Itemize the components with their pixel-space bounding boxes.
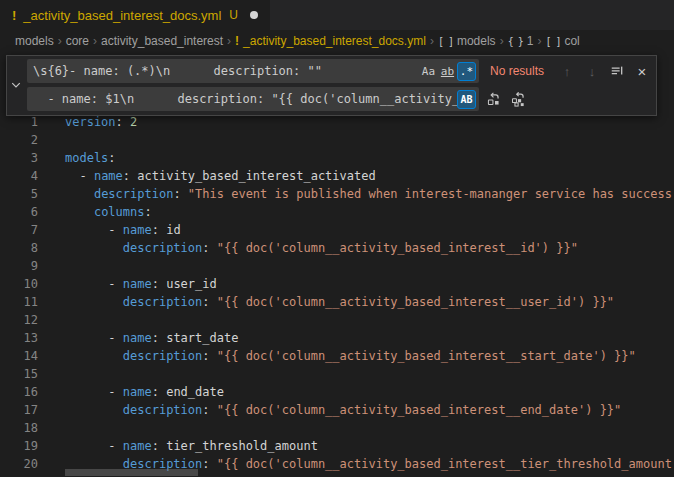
code-line[interactable] bbox=[65, 311, 672, 329]
breadcrumb-file[interactable]: _activity_based_interest_docs.yml bbox=[243, 34, 426, 48]
code-token: description bbox=[123, 403, 202, 417]
code-line[interactable]: description: "This event is published wh… bbox=[65, 185, 672, 203]
tab-activity-based-interest-docs[interactable]: ! _activity_based_interest_docs.yml U bbox=[0, 0, 271, 30]
code-line[interactable] bbox=[65, 131, 672, 149]
whole-word-toggle[interactable]: ab bbox=[438, 62, 457, 81]
git-status-badge: U bbox=[229, 8, 238, 22]
code-line[interactable]: description: "{{ doc('column__activity_b… bbox=[65, 401, 672, 419]
code-line[interactable]: description: "{{ doc('column__activity_b… bbox=[65, 239, 672, 257]
line-number: 2 bbox=[0, 131, 38, 149]
code-token: tier_threshold_amount bbox=[166, 439, 318, 453]
find-row: \s{6}- name: (.*)\n description: "" Aa a… bbox=[27, 59, 652, 83]
breadcrumb-symbol[interactable]: models bbox=[457, 34, 496, 48]
line-number: 15 bbox=[0, 365, 38, 383]
code-token: : bbox=[202, 457, 216, 471]
code-token: name bbox=[94, 169, 123, 183]
line-number: 17 bbox=[0, 401, 38, 419]
code-token bbox=[65, 349, 123, 363]
line-number: 20 bbox=[0, 455, 38, 473]
tab-bar: ! _activity_based_interest_docs.yml U bbox=[0, 0, 674, 30]
code-area: 1234567891011121314151617181920 version:… bbox=[0, 113, 672, 473]
breadcrumb-item[interactable]: models bbox=[15, 34, 54, 48]
horizontal-scrollbar[interactable] bbox=[65, 469, 198, 476]
code-token bbox=[65, 403, 123, 417]
code-token: start_date bbox=[166, 331, 238, 345]
code-line[interactable]: - name: activity_based_interest_activate… bbox=[65, 167, 672, 185]
code-token: "{{ doc('column__activity_based_interest… bbox=[217, 403, 622, 417]
find-input[interactable]: \s{6}- name: (.*)\n description: "" Aa a… bbox=[27, 59, 479, 83]
breadcrumb-separator: › bbox=[537, 34, 541, 48]
find-widget-rows: \s{6}- name: (.*)\n description: "" Aa a… bbox=[25, 56, 656, 115]
code-token: - bbox=[65, 223, 123, 237]
code-token: : bbox=[108, 151, 115, 165]
preserve-case-toggle[interactable]: AB bbox=[457, 90, 476, 109]
code-token: description bbox=[123, 295, 202, 309]
close-find-widget-button[interactable]: × bbox=[632, 61, 652, 81]
breadcrumb-separator: › bbox=[93, 34, 97, 48]
replace-input[interactable]: - name: $1\n description: "{{ doc('colum… bbox=[27, 87, 479, 111]
line-number: 5 bbox=[0, 185, 38, 203]
code-token bbox=[65, 205, 94, 219]
replace-value[interactable]: - name: $1\n description: "{{ doc('colum… bbox=[33, 92, 457, 106]
code-line[interactable]: columns: bbox=[65, 203, 672, 221]
line-number: 18 bbox=[0, 419, 38, 437]
code-token: "{{ doc('column__activity_based_interest… bbox=[217, 457, 672, 471]
code-line[interactable]: - name: start_date bbox=[65, 329, 672, 347]
code-token: name bbox=[123, 223, 152, 237]
code-token: name bbox=[123, 439, 152, 453]
dirty-indicator[interactable] bbox=[250, 11, 258, 19]
code-token: id bbox=[166, 223, 180, 237]
replace-all-button[interactable] bbox=[509, 89, 529, 109]
code-line[interactable] bbox=[65, 419, 672, 437]
line-number: 6 bbox=[0, 203, 38, 221]
line-number: 8 bbox=[0, 239, 38, 257]
breadcrumb-item[interactable]: core bbox=[66, 34, 89, 48]
tab-filename: _activity_based_interest_docs.yml bbox=[23, 8, 221, 23]
code-line[interactable] bbox=[65, 257, 672, 275]
breadcrumb-symbol[interactable]: 1 bbox=[527, 34, 534, 48]
line-number: 3 bbox=[0, 149, 38, 167]
replace-button[interactable] bbox=[484, 89, 504, 109]
code-line[interactable]: models: bbox=[65, 149, 672, 167]
close-icon: × bbox=[638, 63, 647, 80]
match-case-toggle[interactable]: Aa bbox=[419, 62, 438, 81]
line-number: 9 bbox=[0, 257, 38, 275]
code-token: : bbox=[173, 187, 187, 201]
code-token: : bbox=[152, 385, 166, 399]
code-line[interactable]: description: "{{ doc('column__activity_b… bbox=[65, 347, 672, 365]
code-line[interactable]: - name: user_id bbox=[65, 275, 672, 293]
find-query[interactable]: \s{6}- name: (.*)\n description: "" bbox=[33, 64, 419, 78]
line-number: 19 bbox=[0, 437, 38, 455]
code-token: - bbox=[65, 169, 94, 183]
next-match-button[interactable]: ↓ bbox=[582, 61, 602, 81]
code-token: columns bbox=[94, 205, 145, 219]
code-line[interactable]: description: "{{ doc('column__activity_b… bbox=[65, 293, 672, 311]
line-number: 4 bbox=[0, 167, 38, 185]
previous-match-button[interactable]: ↑ bbox=[557, 61, 577, 81]
code-token: : bbox=[202, 349, 216, 363]
code-token: name bbox=[123, 331, 152, 345]
code-token bbox=[65, 295, 123, 309]
find-in-selection-icon bbox=[610, 64, 624, 78]
breadcrumb-symbol[interactable]: col bbox=[564, 34, 579, 48]
symbol-array-icon: [ ] bbox=[438, 36, 453, 47]
code-line[interactable]: - name: tier_threshold_amount bbox=[65, 437, 672, 455]
code-token: : bbox=[152, 277, 166, 291]
code-token bbox=[65, 241, 123, 255]
find-in-selection-button[interactable] bbox=[607, 61, 627, 81]
code-line[interactable] bbox=[65, 365, 672, 383]
breadcrumb-item[interactable]: activity_based_interest bbox=[101, 34, 223, 48]
code-token: description bbox=[123, 241, 202, 255]
replace-all-icon bbox=[511, 92, 526, 107]
breadcrumb-separator: › bbox=[227, 34, 231, 48]
code-line[interactable]: - name: id bbox=[65, 221, 672, 239]
code-token: : bbox=[116, 115, 130, 129]
code-token: name bbox=[123, 385, 152, 399]
code-line[interactable]: - name: end_date bbox=[65, 383, 672, 401]
toggle-replace-button[interactable] bbox=[7, 56, 25, 115]
code-token: - bbox=[65, 331, 123, 345]
line-number: 12 bbox=[0, 311, 38, 329]
regex-toggle[interactable]: .* bbox=[457, 62, 476, 81]
code-token: "{{ doc('column__activity_based_interest… bbox=[217, 241, 578, 255]
code-token: : bbox=[202, 295, 216, 309]
